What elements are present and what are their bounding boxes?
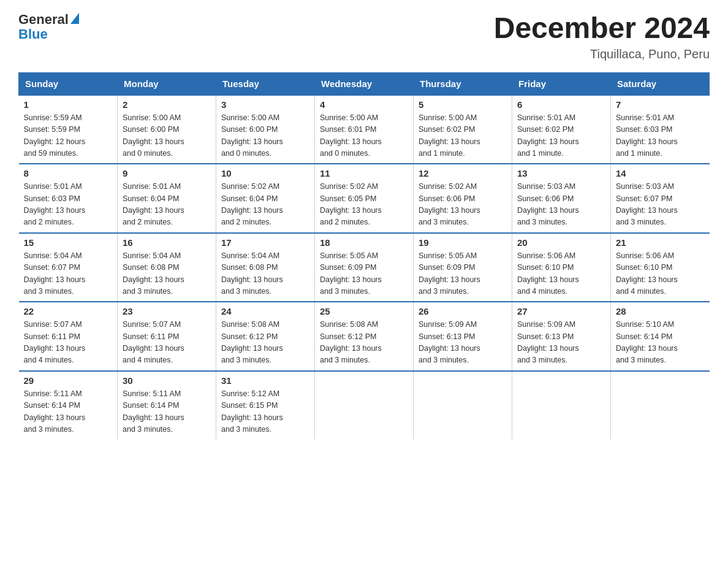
calendar-cell: 29Sunrise: 5:11 AMSunset: 6:14 PMDayligh… — [19, 371, 118, 440]
calendar-cell: 20Sunrise: 5:06 AMSunset: 6:10 PMDayligh… — [512, 233, 611, 302]
calendar-cell: 10Sunrise: 5:02 AMSunset: 6:04 PMDayligh… — [216, 164, 315, 233]
header-cell-saturday: Saturday — [611, 72, 710, 95]
logo: General Blue — [18, 12, 79, 42]
day-number: 4 — [320, 99, 408, 110]
title-area: December 2024 Tiquillaca, Puno, Peru — [494, 12, 710, 61]
calendar-cell: 24Sunrise: 5:08 AMSunset: 6:12 PMDayligh… — [216, 302, 315, 371]
calendar-header-row: SundayMondayTuesdayWednesdayThursdayFrid… — [19, 72, 710, 95]
page-title: December 2024 — [494, 12, 710, 45]
calendar-week-row: 22Sunrise: 5:07 AMSunset: 6:11 PMDayligh… — [19, 302, 710, 371]
header-cell-wednesday: Wednesday — [315, 72, 414, 95]
day-info: Sunrise: 5:02 AMSunset: 6:05 PMDaylight:… — [320, 181, 408, 229]
day-info: Sunrise: 5:10 AMSunset: 6:14 PMDaylight:… — [616, 319, 705, 367]
calendar-cell: 30Sunrise: 5:11 AMSunset: 6:14 PMDayligh… — [118, 371, 216, 440]
day-info: Sunrise: 5:11 AMSunset: 6:14 PMDaylight:… — [123, 388, 211, 436]
day-number: 20 — [517, 237, 605, 248]
calendar-table: SundayMondayTuesdayWednesdayThursdayFrid… — [18, 72, 710, 440]
calendar-week-row: 1Sunrise: 5:59 AMSunset: 5:59 PMDaylight… — [19, 95, 710, 164]
day-info: Sunrise: 5:05 AMSunset: 6:09 PMDaylight:… — [419, 250, 507, 298]
logo-text-general: General — [18, 12, 69, 27]
calendar-cell: 7Sunrise: 5:01 AMSunset: 6:03 PMDaylight… — [611, 95, 710, 164]
day-number: 27 — [517, 306, 605, 316]
calendar-week-row: 8Sunrise: 5:01 AMSunset: 6:03 PMDaylight… — [19, 164, 710, 233]
calendar-cell: 15Sunrise: 5:04 AMSunset: 6:07 PMDayligh… — [19, 233, 118, 302]
day-number: 8 — [24, 168, 113, 178]
day-info: Sunrise: 5:07 AMSunset: 6:11 PMDaylight:… — [123, 319, 211, 367]
day-number: 28 — [616, 306, 705, 316]
calendar-cell: 11Sunrise: 5:02 AMSunset: 6:05 PMDayligh… — [315, 164, 414, 233]
day-number: 14 — [616, 168, 705, 178]
calendar-cell: 19Sunrise: 5:05 AMSunset: 6:09 PMDayligh… — [414, 233, 512, 302]
day-number: 30 — [123, 375, 211, 386]
day-info: Sunrise: 5:02 AMSunset: 6:06 PMDaylight:… — [419, 181, 507, 229]
day-info: Sunrise: 5:04 AMSunset: 6:08 PMDaylight:… — [123, 250, 211, 298]
day-number: 9 — [123, 168, 211, 178]
calendar-cell: 9Sunrise: 5:01 AMSunset: 6:04 PMDaylight… — [118, 164, 216, 233]
page-header: General Blue December 2024 Tiquillaca, P… — [18, 12, 710, 61]
calendar-cell: 3Sunrise: 5:00 AMSunset: 6:00 PMDaylight… — [216, 95, 315, 164]
day-info: Sunrise: 5:01 AMSunset: 6:02 PMDaylight:… — [517, 112, 605, 160]
day-info: Sunrise: 5:12 AMSunset: 6:15 PMDaylight:… — [221, 388, 309, 436]
day-number: 29 — [24, 375, 113, 386]
calendar-cell: 8Sunrise: 5:01 AMSunset: 6:03 PMDaylight… — [19, 164, 118, 233]
calendar-cell: 1Sunrise: 5:59 AMSunset: 5:59 PMDaylight… — [19, 95, 118, 164]
day-number: 12 — [419, 168, 507, 178]
calendar-cell: 22Sunrise: 5:07 AMSunset: 6:11 PMDayligh… — [19, 302, 118, 371]
calendar-cell: 17Sunrise: 5:04 AMSunset: 6:08 PMDayligh… — [216, 233, 315, 302]
logo-triangle-icon — [70, 13, 79, 24]
day-number: 10 — [221, 168, 309, 178]
calendar-cell: 26Sunrise: 5:09 AMSunset: 6:13 PMDayligh… — [414, 302, 512, 371]
logo-text-blue: Blue — [18, 26, 48, 42]
calendar-cell: 21Sunrise: 5:06 AMSunset: 6:10 PMDayligh… — [611, 233, 710, 302]
day-number: 2 — [123, 99, 211, 110]
day-number: 15 — [24, 237, 113, 248]
calendar-cell: 25Sunrise: 5:08 AMSunset: 6:12 PMDayligh… — [315, 302, 414, 371]
header-cell-thursday: Thursday — [414, 72, 512, 95]
calendar-week-row: 15Sunrise: 5:04 AMSunset: 6:07 PMDayligh… — [19, 233, 710, 302]
calendar-week-row: 29Sunrise: 5:11 AMSunset: 6:14 PMDayligh… — [19, 371, 710, 440]
calendar-cell — [611, 371, 710, 440]
day-number: 3 — [221, 99, 309, 110]
day-number: 21 — [616, 237, 705, 248]
day-info: Sunrise: 5:01 AMSunset: 6:03 PMDaylight:… — [24, 181, 113, 229]
day-info: Sunrise: 5:07 AMSunset: 6:11 PMDaylight:… — [24, 319, 113, 367]
day-info: Sunrise: 5:06 AMSunset: 6:10 PMDaylight:… — [616, 250, 705, 298]
day-info: Sunrise: 5:06 AMSunset: 6:10 PMDaylight:… — [517, 250, 605, 298]
calendar-cell — [414, 371, 512, 440]
day-number: 26 — [419, 306, 507, 316]
day-info: Sunrise: 5:00 AMSunset: 6:00 PMDaylight:… — [221, 112, 309, 160]
day-number: 11 — [320, 168, 408, 178]
calendar-cell: 13Sunrise: 5:03 AMSunset: 6:06 PMDayligh… — [512, 164, 611, 233]
day-number: 24 — [221, 306, 309, 316]
day-info: Sunrise: 5:11 AMSunset: 6:14 PMDaylight:… — [24, 388, 113, 436]
day-info: Sunrise: 5:00 AMSunset: 6:01 PMDaylight:… — [320, 112, 408, 160]
header-cell-tuesday: Tuesday — [216, 72, 315, 95]
day-info: Sunrise: 5:08 AMSunset: 6:12 PMDaylight:… — [221, 319, 309, 367]
calendar-cell: 2Sunrise: 5:00 AMSunset: 6:00 PMDaylight… — [118, 95, 216, 164]
calendar-cell: 23Sunrise: 5:07 AMSunset: 6:11 PMDayligh… — [118, 302, 216, 371]
day-number: 17 — [221, 237, 309, 248]
day-number: 13 — [517, 168, 605, 178]
day-info: Sunrise: 5:59 AMSunset: 5:59 PMDaylight:… — [24, 112, 113, 160]
header-cell-sunday: Sunday — [19, 72, 118, 95]
day-number: 6 — [517, 99, 605, 110]
calendar-cell — [315, 371, 414, 440]
calendar-cell: 28Sunrise: 5:10 AMSunset: 6:14 PMDayligh… — [611, 302, 710, 371]
calendar-cell: 6Sunrise: 5:01 AMSunset: 6:02 PMDaylight… — [512, 95, 611, 164]
day-number: 25 — [320, 306, 408, 316]
day-info: Sunrise: 5:00 AMSunset: 6:00 PMDaylight:… — [123, 112, 211, 160]
day-number: 22 — [24, 306, 113, 316]
day-number: 19 — [419, 237, 507, 248]
day-info: Sunrise: 5:09 AMSunset: 6:13 PMDaylight:… — [517, 319, 605, 367]
day-info: Sunrise: 5:03 AMSunset: 6:06 PMDaylight:… — [517, 181, 605, 229]
calendar-cell: 12Sunrise: 5:02 AMSunset: 6:06 PMDayligh… — [414, 164, 512, 233]
day-number: 1 — [24, 99, 113, 110]
header-cell-monday: Monday — [118, 72, 216, 95]
calendar-cell — [512, 371, 611, 440]
header-cell-friday: Friday — [512, 72, 611, 95]
day-number: 23 — [123, 306, 211, 316]
day-info: Sunrise: 5:00 AMSunset: 6:02 PMDaylight:… — [419, 112, 507, 160]
calendar-cell: 18Sunrise: 5:05 AMSunset: 6:09 PMDayligh… — [315, 233, 414, 302]
calendar-cell: 16Sunrise: 5:04 AMSunset: 6:08 PMDayligh… — [118, 233, 216, 302]
day-number: 18 — [320, 237, 408, 248]
